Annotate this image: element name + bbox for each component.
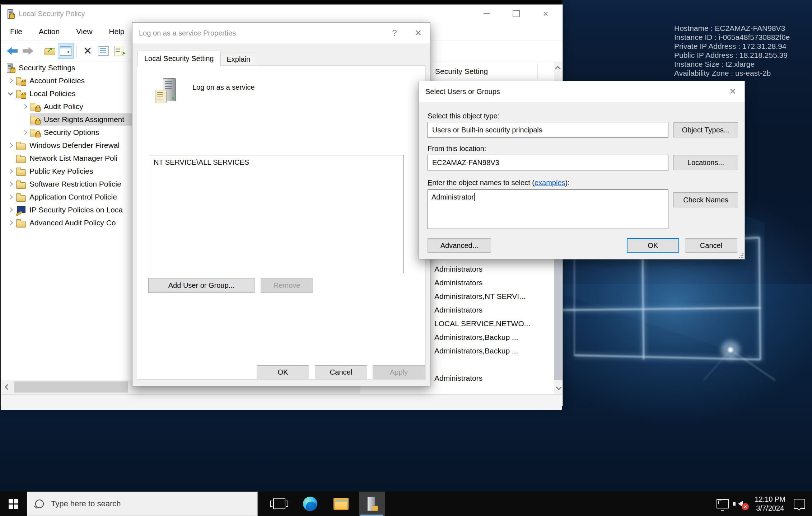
list-row[interactable]: LOCAL SERVICE,NETWO... — [431, 317, 554, 330]
ok-button[interactable]: OK — [257, 365, 309, 379]
chevron-right-icon[interactable] — [5, 79, 16, 83]
local-security-policy-taskbar-button[interactable] — [359, 492, 385, 516]
tree-item[interactable]: Security Options — [1, 126, 134, 139]
taskbar-clock[interactable]: 12:10 PM 3/7/2024 — [750, 495, 790, 513]
cancel-button[interactable]: Cancel — [315, 365, 367, 379]
edge-icon — [303, 497, 317, 511]
tree-item[interactable]: Application Control Policie — [1, 191, 134, 203]
action-center-button[interactable] — [790, 492, 808, 516]
chevron-right-icon[interactable] — [19, 105, 30, 108]
search-input[interactable] — [50, 499, 217, 509]
tree-item[interactable]: Local Policies — [1, 87, 134, 100]
resize-grip[interactable] — [738, 253, 743, 258]
menu-file[interactable]: File — [10, 27, 22, 36]
scroll-down-button[interactable] — [554, 381, 563, 394]
tree-item[interactable]: Account Policies — [1, 74, 134, 87]
network-tray-button[interactable] — [714, 492, 732, 516]
location-label: From this location: — [428, 145, 486, 153]
tree-item[interactable]: Windows Defender Firewal — [1, 139, 134, 152]
properties-button[interactable] — [95, 43, 111, 59]
members-list-box[interactable]: NT SERVICE\ALL SERVICES — [150, 155, 404, 273]
list-row[interactable]: Administrators — [431, 276, 554, 290]
tree-item-body: Network List Manager Poli — [16, 152, 134, 164]
tree-item[interactable]: User Rights Assignment — [1, 113, 134, 126]
menu-action[interactable]: Action — [39, 27, 60, 36]
scroll-left-button[interactable] — [1, 380, 14, 394]
instance-info-text: Hostname : EC2AMAZ-FAN98V3Instance ID : … — [674, 24, 790, 78]
tree-item[interactable]: Network List Manager Poli — [1, 152, 134, 165]
action-center-icon — [794, 499, 805, 509]
examples-link[interactable]: examples — [535, 179, 565, 187]
ok-button[interactable]: OK — [627, 238, 679, 253]
scrollbar-thumb[interactable] — [14, 381, 128, 393]
chevron-right-icon[interactable] — [19, 131, 30, 134]
list-row[interactable] — [431, 358, 554, 371]
file-explorer-icon — [333, 498, 349, 510]
menu-view[interactable]: View — [76, 27, 92, 36]
search-icon — [35, 499, 44, 508]
volume-tray-button[interactable]: ✕ — [732, 492, 750, 516]
edge-taskbar-button[interactable] — [297, 492, 323, 516]
app-icon — [6, 9, 15, 19]
list-row[interactable]: Administrators,NT SERVI... — [431, 290, 554, 303]
column-divider[interactable] — [537, 64, 538, 79]
object-type-field[interactable]: Users or Built-in security principals — [428, 122, 668, 138]
chevron-right-icon[interactable] — [5, 169, 16, 173]
taskbar-search[interactable] — [27, 492, 258, 516]
list-row[interactable]: Administrators,Backup ... — [431, 344, 554, 358]
tab-explain[interactable]: Explain — [220, 52, 256, 67]
cancel-button[interactable]: Cancel — [685, 238, 737, 253]
scroll-up-button[interactable] — [554, 62, 563, 74]
locations-button[interactable]: Locations... — [673, 155, 738, 170]
minimize-button[interactable] — [472, 5, 501, 23]
window-title: Local Security Policy — [19, 10, 85, 18]
task-view-button[interactable] — [266, 492, 292, 516]
chevron-right-icon[interactable] — [5, 182, 16, 186]
advanced-button[interactable]: Advanced... — [428, 238, 491, 253]
chevron-up-icon — [555, 66, 561, 72]
tree-item[interactable]: Public Key Policies — [1, 165, 134, 178]
tree-item[interactable]: IP Security Policies on Loca — [1, 203, 134, 216]
tree-item[interactable]: Audit Policy — [1, 100, 134, 113]
close-button[interactable]: × — [531, 5, 560, 23]
list-row[interactable]: Administrators,Backup ... — [431, 330, 554, 344]
tree-item-label: Account Policies — [29, 76, 85, 85]
back-button[interactable] — [4, 43, 20, 59]
chevron-right-icon[interactable] — [5, 208, 16, 212]
chevron-right-icon[interactable] — [5, 221, 16, 225]
object-names-input[interactable]: Administrator — [428, 189, 668, 229]
show-console-tree-button[interactable] — [58, 43, 74, 59]
delete-button[interactable]: ✕ — [80, 43, 95, 59]
list-row[interactable]: Administrators — [431, 303, 554, 317]
forward-button[interactable] — [20, 43, 36, 59]
tree-item[interactable]: Software Restriction Policie — [1, 178, 134, 191]
add-user-or-group-button[interactable]: Add User or Group... — [148, 278, 255, 293]
tree-item[interactable]: Security Settings — [1, 61, 134, 74]
chevron-right-icon[interactable] — [5, 195, 16, 199]
dialog-title-bar: Log on as a service Properties ? ✕ — [132, 23, 430, 43]
menu-help[interactable]: Help — [109, 27, 124, 36]
chevron-right-icon[interactable] — [5, 144, 16, 147]
folder-up-button[interactable] — [42, 43, 58, 59]
list-column-header[interactable]: Security Setting — [431, 62, 554, 81]
maximize-button[interactable] — [501, 5, 531, 23]
file-explorer-taskbar-button[interactable] — [328, 492, 354, 516]
object-types-button[interactable]: Object Types... — [673, 122, 738, 137]
start-button[interactable] — [0, 492, 27, 516]
help-button[interactable]: ? — [383, 23, 406, 43]
close-button[interactable]: ✕ — [721, 81, 745, 102]
list-row[interactable]: Administrators — [431, 262, 554, 276]
folder-up-icon — [45, 47, 55, 55]
column-header-label: Security Setting — [431, 67, 488, 76]
chevron-down-icon[interactable] — [5, 93, 16, 95]
object-type-label: Select this object type: — [428, 112, 499, 120]
tab-local-security-setting[interactable]: Local Security Setting — [137, 51, 220, 67]
tree-item[interactable]: Advanced Audit Policy Co — [1, 216, 134, 229]
location-field[interactable]: EC2AMAZ-FAN98V3 — [428, 155, 668, 170]
list-row[interactable]: Administrators — [431, 371, 554, 381]
check-names-button[interactable]: Check Names — [673, 192, 738, 207]
member-item[interactable]: NT SERVICE\ALL SERVICES — [150, 155, 403, 166]
export-list-button[interactable] — [111, 43, 127, 59]
close-button[interactable]: ✕ — [406, 23, 430, 43]
desktop: Hostname : EC2AMAZ-FAN98V3Instance ID : … — [0, 0, 812, 516]
